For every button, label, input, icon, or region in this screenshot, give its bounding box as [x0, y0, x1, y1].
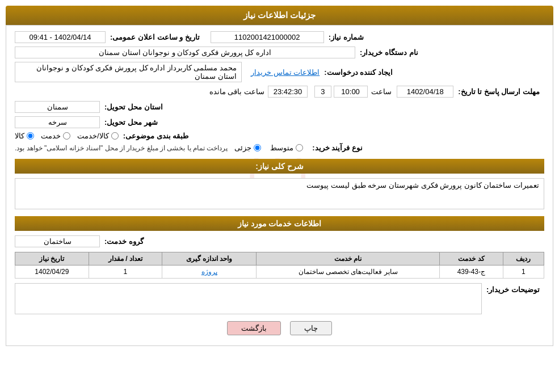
cell-row: 1 — [503, 265, 544, 279]
radio-kala-khadamat: کالا/خدمت — [77, 132, 119, 140]
creator-row: ایجاد کننده درخواست: اطلاعات تماس خریدار… — [15, 62, 544, 82]
city-value: سرخه — [15, 116, 100, 128]
col-header-qty: تعداد / مقدار — [89, 252, 162, 265]
radio-kala-khadamat-label: کالا/خدمت — [77, 132, 109, 140]
announce-date-value: 1402/04/14 - 09:41 — [15, 31, 106, 43]
contact-info-link[interactable]: اطلاعات تماس خریدار — [251, 68, 320, 77]
buyer-desc-label: توضیحات خریدار: — [486, 283, 540, 294]
city-row: شهر محل تحویل: سرخه — [15, 116, 544, 128]
radio-kala-label: کالا — [15, 132, 24, 140]
buyer-desc-row: توضیحات خریدار: — [15, 283, 544, 314]
table-row: 1 ج-43-439 سایر فعالیت‌های تخصصی ساختمان… — [15, 265, 544, 279]
city-label: شهر محل تحویل: — [104, 118, 158, 127]
need-number-row: شماره نیاز: 1102001421000002 تاریخ و ساع… — [15, 31, 544, 43]
buyer-desc-textarea[interactable] — [15, 283, 482, 314]
time-remaining: 23:42:30 — [268, 86, 308, 98]
radio-jazii-input[interactable] — [254, 144, 261, 151]
creator-value: محمد مسلمی کاربرداز اداره کل پرورش فکری … — [15, 62, 242, 82]
time-label: ساعت — [371, 87, 392, 96]
col-header-date: تاریخ نیاز — [15, 252, 89, 265]
general-desc-textarea[interactable] — [15, 178, 544, 209]
process-description: پرداخت تمام یا بخشی از مبلغ خریدار از مح… — [15, 144, 228, 152]
subject-radio-group: کالا/خدمت خدمت کالا — [15, 132, 119, 140]
button-row: چاپ بازگشت — [15, 321, 544, 335]
cell-unit: پروژه — [162, 265, 257, 279]
service-group-value: ساختمان — [15, 235, 100, 247]
cell-qty: 1 — [89, 265, 162, 279]
buyer-name-label: نام دستگاه خریدار: — [360, 48, 418, 57]
radio-motovaset-input[interactable] — [296, 144, 303, 151]
buyer-name-value: اداره کل پرورش فکری کودکان و نوجوانان اس… — [15, 47, 355, 58]
radio-khadamat: خدمت — [41, 132, 70, 140]
radio-khadamat-input[interactable] — [63, 132, 70, 140]
buyer-name-row: نام دستگاه خریدار: اداره کل پرورش فکری ک… — [15, 47, 544, 58]
page-header: جزئیات اطلاعات نیاز — [6, 6, 553, 25]
subject-row: طبقه بندی موضوعی: کالا/خدمت خدمت کالا — [15, 132, 544, 140]
back-button[interactable]: بازگشت — [227, 321, 281, 335]
cell-code: ج-43-439 — [440, 265, 503, 279]
radio-motovaset: متوسط — [270, 144, 303, 152]
province-value: سمنان — [15, 101, 100, 113]
radio-kala-input[interactable] — [27, 132, 34, 140]
cell-date: 1402/04/29 — [15, 265, 89, 279]
days-remaining: 3 — [314, 86, 331, 98]
need-number-label: شماره نیاز: — [329, 33, 364, 41]
creator-label: ایجاد کننده درخواست: — [324, 68, 393, 77]
general-desc-row — [15, 178, 544, 209]
service-group-label: گروه خدمت: — [104, 237, 144, 246]
deadline-row: مهلت ارسال پاسخ تا تاریخ: 1402/04/18 ساع… — [15, 86, 544, 98]
deadline-time: 10:00 — [334, 86, 368, 98]
radio-motovaset-label: متوسط — [270, 144, 293, 152]
services-section-title: اطلاعات خدمات مورد نیاز — [15, 216, 544, 231]
radio-kala-khadamat-input[interactable] — [111, 132, 119, 140]
page-title: جزئیات اطلاعات نیاز — [243, 10, 316, 20]
service-group-row: گروه خدمت: ساختمان — [15, 235, 544, 247]
subject-label: طبقه بندی موضوعی: — [123, 132, 189, 140]
cell-name: سایر فعالیت‌های تخصصی ساختمان — [257, 265, 440, 279]
process-radio-group: متوسط جزئی — [234, 144, 303, 152]
remaining-label: ساعت باقی مانده — [209, 87, 264, 96]
col-header-unit: واحد اندازه گیری — [162, 252, 257, 265]
radio-jazii-label: جزئی — [234, 144, 251, 152]
col-header-row: ردیف — [503, 252, 544, 265]
col-header-name: نام خدمت — [257, 252, 440, 265]
general-desc-section-title: شرح کلی نیاز: — [15, 159, 544, 174]
province-row: استان محل تحویل: سمنان — [15, 101, 544, 113]
process-row: نوع فرآیند خرید: متوسط جزئی پرداخت تمام … — [15, 144, 544, 152]
province-label: استان محل تحویل: — [104, 103, 163, 111]
col-header-code: کد خدمت — [440, 252, 503, 265]
need-number-value: 1102001421000002 — [211, 31, 324, 43]
print-button[interactable]: چاپ — [290, 321, 332, 335]
radio-jazii: جزئی — [234, 144, 261, 152]
deadline-label: مهلت ارسال پاسخ تا تاریخ: — [458, 87, 540, 96]
radio-khadamat-label: خدمت — [41, 132, 61, 140]
service-table: ردیف کد خدمت نام خدمت واحد اندازه گیری ت… — [15, 252, 544, 279]
radio-kala: کالا — [15, 132, 34, 140]
deadline-date: 1402/04/18 — [397, 86, 453, 98]
process-label: نوع فرآیند خرید: — [312, 144, 363, 152]
announce-label: تاریخ و ساعت اعلان عمومی: — [110, 33, 200, 41]
